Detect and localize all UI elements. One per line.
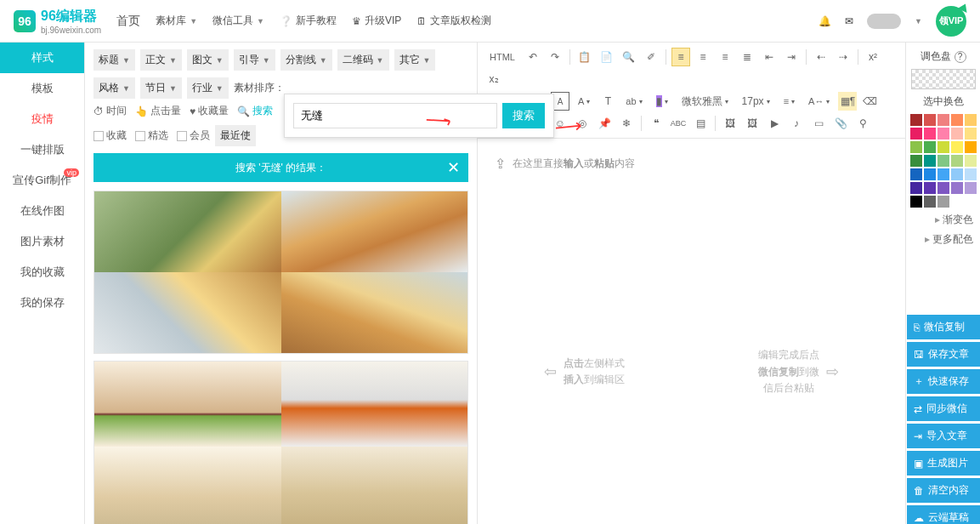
nav-upgrade[interactable]: ♛升级VIP <box>352 14 401 28</box>
filter-dropdown[interactable]: 正文▼ <box>140 49 182 71</box>
color-swatch[interactable] <box>910 141 922 153</box>
sort-option[interactable]: 🔍搜索 <box>237 104 273 118</box>
search-button[interactable]: 搜索 <box>502 103 545 128</box>
color-swatch[interactable] <box>910 182 922 194</box>
sidebar-item-fav[interactable]: 我的收藏 <box>0 257 84 288</box>
mail-icon[interactable]: ✉ <box>845 15 853 27</box>
color-swatch[interactable] <box>938 128 949 140</box>
quote-icon[interactable]: ❝ <box>647 114 666 133</box>
color-swatch[interactable] <box>938 155 949 167</box>
subscript-icon[interactable]: x₂ <box>484 70 503 88</box>
audio-icon[interactable]: ♪ <box>787 114 806 133</box>
action-button[interactable]: ⇥导入文章 <box>907 424 980 448</box>
filter-dropdown[interactable]: 图文▼ <box>187 49 229 71</box>
font-format-icon[interactable]: T <box>598 92 617 111</box>
action-button[interactable]: 🖫保存文章 <box>907 342 980 367</box>
indent-left-icon[interactable]: ⇤ <box>760 48 779 66</box>
color-swatch[interactable] <box>965 168 977 180</box>
highlight-icon[interactable]: ▮▾ <box>651 92 673 111</box>
color-swatch[interactable] <box>924 168 936 180</box>
color-swatch[interactable] <box>965 141 977 153</box>
html-source-button[interactable]: HTML <box>484 48 520 66</box>
font-size-select[interactable]: 17px▾ <box>737 92 775 111</box>
align-justify-icon[interactable]: ≣ <box>738 48 756 66</box>
color-swatch[interactable] <box>910 155 922 167</box>
filter-checkbox[interactable]: 收藏 <box>93 128 127 143</box>
line-height-icon[interactable]: ≡▾ <box>779 92 800 111</box>
close-icon[interactable]: ✕ <box>447 158 460 177</box>
align-right-icon[interactable]: ≡ <box>716 48 734 66</box>
vip-badge[interactable]: 领VIP <box>936 6 966 37</box>
color-swatch[interactable] <box>951 128 963 140</box>
filter-dropdown[interactable]: 标题▼ <box>93 49 135 71</box>
result-card[interactable] <box>93 191 468 354</box>
color-swatch[interactable] <box>951 114 963 126</box>
color-swatch[interactable] <box>951 182 963 194</box>
bg-color-icon[interactable]: ab▾ <box>620 92 647 111</box>
filter-dropdown[interactable]: 二维码▼ <box>337 49 389 71</box>
color-swatch[interactable] <box>924 196 936 208</box>
multi-image-icon[interactable]: 🖼 <box>743 114 762 133</box>
action-button[interactable]: ＋快速保存 <box>907 369 980 394</box>
color-swatch[interactable] <box>910 196 922 208</box>
filter-dropdown[interactable]: 节日▼ <box>140 77 182 99</box>
color-swatch[interactable] <box>938 141 949 153</box>
action-button[interactable]: ▣生成图片 <box>907 451 980 476</box>
indent-right-icon[interactable]: ⇥ <box>782 48 801 66</box>
align-left-icon[interactable]: ≡ <box>671 48 690 66</box>
paste-icon[interactable]: 📋 <box>575 48 594 66</box>
sidebar-item-style[interactable]: 样式 <box>0 43 84 73</box>
sidebar-item-oneclick[interactable]: 一键排版 <box>0 134 84 165</box>
color-swatch[interactable] <box>910 114 922 126</box>
caret-icon[interactable]: ▼ <box>915 17 922 26</box>
eraser-icon[interactable]: ✐ <box>642 48 660 66</box>
font-color-icon[interactable]: A▾ <box>573 92 595 111</box>
color-swatch[interactable] <box>965 155 977 167</box>
color-swatch[interactable] <box>951 141 963 153</box>
image-icon[interactable]: 🖼 <box>721 114 739 133</box>
color-swatch[interactable] <box>965 128 977 140</box>
color-swatch[interactable] <box>924 141 936 153</box>
clear-format-icon[interactable]: ⌫ <box>860 92 879 111</box>
action-button[interactable]: ⎘微信复制 <box>907 315 980 339</box>
nav-check[interactable]: 🗓文章版权检测 <box>416 14 491 28</box>
avatar[interactable] <box>867 14 901 29</box>
filter-dropdown[interactable]: 引导▼ <box>234 49 275 71</box>
map-icon[interactable]: ⚲ <box>853 114 872 133</box>
color-swatch[interactable] <box>938 168 949 180</box>
sidebar-item-save[interactable]: 我的保存 <box>0 288 84 318</box>
color-swatch[interactable] <box>965 114 977 126</box>
recent-dropdown[interactable]: 最近使 <box>215 125 256 146</box>
bell-icon[interactable]: 🔔 <box>819 15 831 27</box>
color-swatch[interactable] <box>910 168 922 180</box>
pin-icon[interactable]: 📌 <box>595 114 614 133</box>
search-input[interactable] <box>293 103 497 128</box>
color-swatch[interactable] <box>938 114 949 126</box>
more-colors-link[interactable]: 更多配色 <box>909 232 977 247</box>
color-swatch[interactable] <box>951 168 963 180</box>
code-icon[interactable]: ▤ <box>691 114 710 133</box>
sidebar-item-epidemic[interactable]: 疫情 <box>0 104 84 134</box>
attachment-icon[interactable]: 📎 <box>831 114 850 133</box>
nav-tutorial[interactable]: ❔新手教程 <box>280 14 337 28</box>
filter-dropdown[interactable]: 分割线▼ <box>280 49 332 71</box>
font-family-select[interactable]: 微软雅黑▾ <box>677 92 734 111</box>
sort-option[interactable]: 👆点击量 <box>135 104 181 118</box>
superscript-icon[interactable]: x² <box>864 48 882 66</box>
indent-icon[interactable]: ⇢ <box>834 48 853 66</box>
sort-option[interactable]: ♥收藏量 <box>190 104 229 118</box>
outdent-icon[interactable]: ⇠ <box>812 48 830 66</box>
sidebar-item-draw[interactable]: 在线作图 <box>0 196 84 226</box>
color-swatch[interactable] <box>938 182 949 194</box>
letter-space-icon[interactable]: A↔▾ <box>803 92 835 111</box>
color-swatch[interactable] <box>965 196 977 208</box>
color-swatch[interactable] <box>924 182 936 194</box>
filter-checkbox[interactable]: 会员 <box>177 128 210 143</box>
filter-checkbox[interactable]: 精选 <box>135 128 168 143</box>
color-swatch[interactable] <box>910 128 922 140</box>
filter-dropdown[interactable]: 其它▼ <box>394 49 436 71</box>
color-swatch[interactable] <box>951 196 963 208</box>
card-icon[interactable]: ▭ <box>809 114 828 133</box>
paste-text-icon[interactable]: 📄 <box>598 48 616 66</box>
filter-dropdown[interactable]: 风格▼ <box>93 77 135 99</box>
